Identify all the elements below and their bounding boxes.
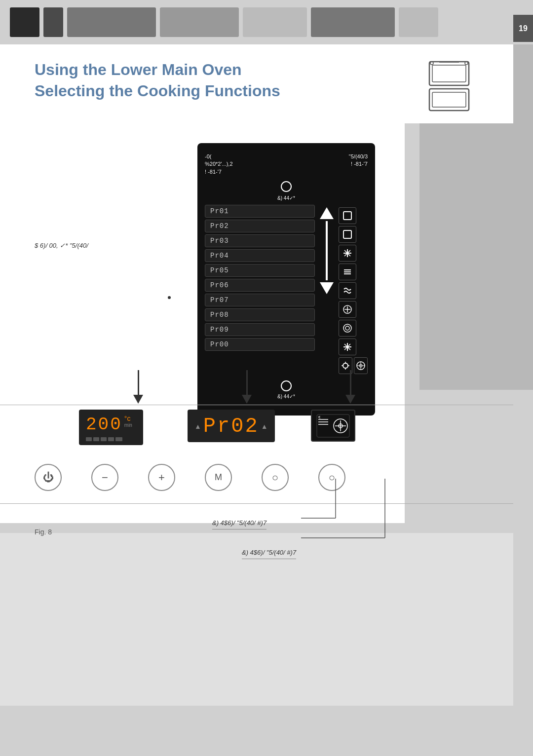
prog-function-list: Pr01 Pr02 Pr03 Pr04 Pr05 Pr06 Pr07 Pr08 … xyxy=(205,205,368,374)
arrow-head-right xyxy=(345,395,355,404)
dial-left-button[interactable]: ○ xyxy=(262,464,289,491)
grill-icon xyxy=(342,266,353,277)
panel-circle-button-bottom[interactable] xyxy=(281,380,292,391)
power-icon: ⏻ xyxy=(43,471,54,484)
function-icon-3[interactable] xyxy=(339,245,356,262)
prog-display-box: ▲ Pr02 ▲ xyxy=(188,410,275,442)
caption-1: &) 4$6)/ "5/(40/ #)7 xyxy=(212,518,266,531)
mode-button[interactable]: M xyxy=(205,464,232,491)
caption-2-text: &) 4$6)/ "5/(40/ #)7 xyxy=(242,549,296,556)
prog-item-9[interactable]: Pr09 xyxy=(205,323,315,336)
function-icon-8[interactable] xyxy=(339,339,356,355)
indicator-4 xyxy=(108,437,114,441)
figure-label: Fig. 8 xyxy=(35,528,52,536)
defrost-icon xyxy=(342,341,353,352)
title-line1: Using the Lower Main Oven xyxy=(35,59,280,80)
bar-block-3 xyxy=(67,7,156,37)
bar-block-6 xyxy=(311,7,395,37)
prog-indicator-left: ▲ xyxy=(194,422,201,430)
prog-item-4[interactable]: Pr04 xyxy=(205,249,315,262)
panel-button-label-top: &) 44✓* xyxy=(205,195,368,201)
bar-block-4 xyxy=(160,7,239,37)
arrow-to-prog xyxy=(242,370,252,404)
arrow-up-icon xyxy=(320,207,334,219)
bar-block-1 xyxy=(10,7,39,37)
function-display-svg: € xyxy=(316,414,350,438)
prog-item-8[interactable]: Pr08 xyxy=(205,308,315,321)
arrow-head-center xyxy=(242,395,252,404)
prog-item-6[interactable]: Pr06 xyxy=(205,279,315,292)
prog-item-1[interactable]: Pr01 xyxy=(205,205,315,218)
indicator-1 xyxy=(86,437,92,441)
caption-connector-lines xyxy=(296,469,494,567)
function-icon-4[interactable] xyxy=(339,264,356,280)
arrow-stem-left xyxy=(138,370,139,395)
dial-left-icon: ○ xyxy=(272,471,278,484)
bar-block-7 xyxy=(399,7,438,37)
function-icon-2[interactable] xyxy=(339,226,356,243)
prog-item-10[interactable]: Pr00 xyxy=(205,338,315,351)
caption-1-text: &) 4$6)/ "5/(40/ #)7 xyxy=(212,519,266,527)
indicator-5 xyxy=(115,437,122,441)
oven-icon-area xyxy=(419,59,479,113)
side-label-text: $ 6)/ 00, ✓* "5/(40/ xyxy=(35,242,88,249)
function-icon-1[interactable] xyxy=(339,207,356,224)
caption-2: &) 4$6)/ "5/(40/ #)7 xyxy=(242,548,296,559)
panel-bottom: &) 44✓* xyxy=(205,378,368,403)
control-panel-area: -0( %20*2'...),2 ! -81-'7 "5/(40/3 ! -81… xyxy=(183,143,390,416)
prog-item-3[interactable]: Pr03 xyxy=(205,234,315,247)
function-icon-2-svg xyxy=(342,229,353,240)
arrow-line xyxy=(326,221,328,280)
plus-button[interactable]: + xyxy=(148,464,175,491)
arrow-to-function xyxy=(345,370,355,404)
arrow-down-icon xyxy=(320,282,334,294)
program-display: ▲ Pr02 ▲ xyxy=(188,410,275,442)
function-icon-5[interactable] xyxy=(339,282,356,299)
arrow-stem-center xyxy=(246,370,248,395)
indicator-3 xyxy=(101,437,107,441)
bar-block-2 xyxy=(43,7,63,37)
minus-button[interactable]: − xyxy=(91,464,118,491)
svg-rect-6 xyxy=(432,92,466,107)
svg-point-26 xyxy=(343,363,348,368)
prog-indicator-right: ▲ xyxy=(261,422,268,430)
horizontal-divider xyxy=(0,405,513,405)
element-icon xyxy=(342,323,353,334)
top-decorative-bar xyxy=(0,0,513,44)
power-button[interactable]: ⏻ xyxy=(35,464,62,491)
function-icon-9b[interactable] xyxy=(354,357,368,374)
prog-item-5[interactable]: Pr05 xyxy=(205,264,315,277)
program-value: Pr02 xyxy=(203,415,259,438)
panel-button-label-bottom: &) 44✓* xyxy=(277,394,295,399)
fan-icon xyxy=(342,248,353,259)
temp-display-bottom-icons xyxy=(86,437,136,441)
prog-item-7[interactable]: Pr07 xyxy=(205,294,315,306)
arrow-head-left xyxy=(133,395,143,404)
heat-icon xyxy=(342,285,353,296)
page-number: 19 xyxy=(513,15,533,42)
temp-display-box: 200 °c min xyxy=(79,410,143,445)
arrow-stem-right xyxy=(350,370,351,395)
function-icons xyxy=(339,205,368,374)
panel-circle-button-top[interactable] xyxy=(281,181,292,192)
function-icon-7[interactable] xyxy=(339,320,356,337)
display-top-left-text: -0( %20*2'...),2 ! -81-'7 xyxy=(205,153,233,176)
min-label: min xyxy=(124,422,132,428)
function-icon-6[interactable] xyxy=(339,301,356,318)
arrow-to-temp xyxy=(133,370,143,404)
svg-point-20 xyxy=(345,326,349,330)
function-display-box: € xyxy=(311,410,355,442)
degree-symbol: °c xyxy=(124,415,132,422)
plus-icon: + xyxy=(158,471,165,484)
prog-items-list: Pr01 Pr02 Pr03 Pr04 Pr05 Pr06 Pr07 Pr08 … xyxy=(205,205,315,351)
prog-item-2[interactable]: Pr02 xyxy=(205,220,315,232)
temp-units: °c min xyxy=(124,415,132,428)
svg-text:€: € xyxy=(318,415,321,419)
svg-rect-1 xyxy=(432,65,466,82)
temperature-display: 200 °c min xyxy=(79,410,143,445)
title-line2: Selecting the Cooking Functions xyxy=(35,80,280,102)
header-section: Using the Lower Main Oven Selecting the … xyxy=(0,44,513,123)
bar-block-5 xyxy=(243,7,307,37)
temperature-value: 200 xyxy=(86,415,122,435)
page-title: Using the Lower Main Oven Selecting the … xyxy=(35,59,280,102)
